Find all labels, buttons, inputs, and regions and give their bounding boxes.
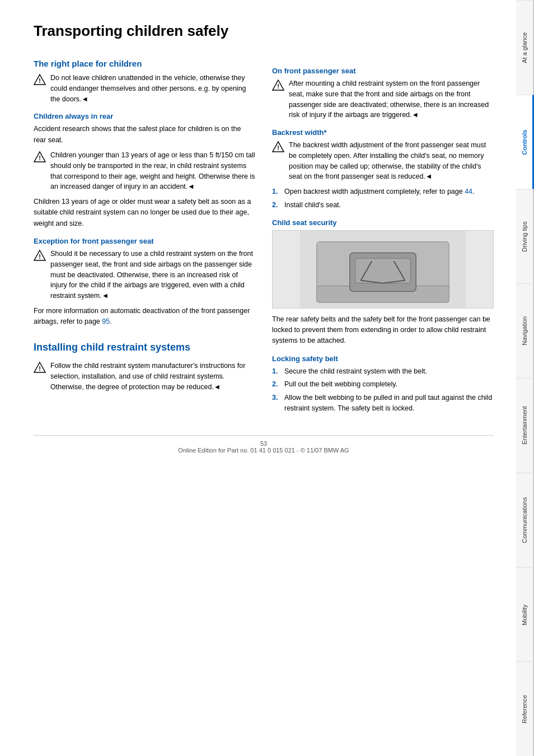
- locking-step-1-text: Secure the child restraint system with t…: [284, 366, 427, 377]
- warning-triangle-icon-2: !: [34, 151, 46, 163]
- warning-unattended: ! Do not leave children unattended in th…: [34, 73, 255, 104]
- warning-children-age-text: Children younger than 13 years of age or…: [50, 150, 255, 192]
- backrest-step-2: 2. Install child's seat.: [272, 200, 494, 211]
- para-safety-belts: The rear safety belts and the safety bel…: [272, 314, 494, 347]
- locking-step-num-3: 3.: [272, 393, 281, 414]
- para-age-13: Children 13 years of age or older must w…: [34, 197, 255, 229]
- para-safest-place: Accident research shows that the safest …: [34, 124, 255, 146]
- locking-belt-steps-list: 1. Secure the child restraint system wit…: [272, 366, 494, 414]
- sub-heading-children-rear: Children always in rear: [34, 112, 255, 120]
- backrest-step-1-text: Open backrest width adjustment completel…: [284, 186, 475, 197]
- warning-front-passenger: ! After mounting a child restraint syste…: [272, 78, 494, 120]
- svg-text:!: !: [39, 155, 41, 161]
- section-heading-right-place: The right place for children: [34, 59, 255, 68]
- two-col-layout: The right place for children ! Do not le…: [34, 59, 494, 418]
- warning-exception: ! Should it be necessary to use a child …: [34, 249, 255, 301]
- warning-unattended-text: Do not leave children unattended in the …: [50, 73, 255, 104]
- sub-heading-locking-belt: Locking safety belt: [272, 354, 494, 363]
- svg-text:!: !: [277, 144, 279, 151]
- svg-text:!: !: [277, 83, 279, 90]
- page-footer: 53 Online Edition for Part no. 01 41 0 0…: [34, 435, 494, 454]
- svg-text:!: !: [39, 365, 41, 372]
- locking-step-num-1: 1.: [272, 366, 281, 377]
- sidebar-tab-reference[interactable]: Reference: [516, 661, 534, 756]
- backrest-steps-list: 1. Open backrest width adjustment comple…: [272, 186, 494, 211]
- warning-triangle-icon-3: !: [34, 249, 46, 262]
- sidebar-tab-navigation[interactable]: Navigation: [516, 283, 534, 378]
- sidebar-tab-controls[interactable]: Controls: [516, 95, 534, 189]
- sidebar-tab-driving-tips[interactable]: Driving tips: [516, 189, 534, 284]
- step-num-2: 2.: [272, 200, 281, 211]
- sidebar-tab-entertainment[interactable]: Entertainment: [516, 378, 534, 473]
- link-page-95[interactable]: 95: [102, 318, 110, 325]
- page-wrapper: At a glance Controls Driving tips Naviga…: [0, 0, 534, 756]
- warning-children-age: ! Children younger than 13 years of age …: [34, 150, 255, 192]
- warning-backrest-text: The backrest width adjustment of the fro…: [289, 140, 494, 182]
- locking-step-3: 3. Allow the belt webbing to be pulled i…: [272, 393, 494, 414]
- svg-text:!: !: [39, 77, 41, 84]
- sidebar: At a glance Controls Driving tips Naviga…: [516, 0, 534, 756]
- locking-step-1: 1. Secure the child restraint system wit…: [272, 366, 494, 377]
- svg-rect-16: [355, 258, 411, 283]
- warning-triangle-icon-6: !: [272, 141, 284, 153]
- warning-exception-text: Should it be necessary to use a child re…: [50, 249, 255, 301]
- section-heading-installing: Installing child restraint systems: [34, 341, 255, 354]
- para-more-info: For more information on automatic deacti…: [34, 306, 255, 328]
- backrest-step-1: 1. Open backrest width adjustment comple…: [272, 186, 494, 197]
- sidebar-tab-communications[interactable]: Communications: [516, 473, 534, 567]
- warning-triangle-icon-5: !: [272, 79, 284, 91]
- link-page-44[interactable]: 44: [465, 188, 472, 195]
- warning-backrest: ! The backrest width adjustment of the f…: [272, 140, 494, 182]
- warning-installation-text: Follow the child restraint system manufa…: [50, 361, 255, 392]
- sidebar-tab-at-a-glance[interactable]: At a glance: [516, 0, 534, 95]
- backrest-step-2-text: Install child's seat.: [284, 200, 341, 211]
- svg-text:!: !: [39, 253, 41, 260]
- sub-heading-exception: Exception for front passenger seat: [34, 237, 255, 245]
- locking-step-3-text: Allow the belt webbing to be pulled in a…: [284, 393, 494, 414]
- step-num-1: 1.: [272, 186, 281, 197]
- sub-heading-front-passenger: On front passenger seat: [272, 67, 494, 75]
- left-column: The right place for children ! Do not le…: [34, 59, 255, 418]
- warning-front-passenger-text: After mounting a child restraint system …: [289, 78, 494, 120]
- sidebar-tab-mobility[interactable]: Mobility: [516, 567, 534, 662]
- warning-triangle-icon-4: !: [34, 361, 46, 374]
- edition-text: Online Edition for Part no. 01 41 0 015 …: [178, 447, 349, 454]
- locking-step-2-text: Pull out the belt webbing completely.: [284, 379, 397, 390]
- main-content: Transporting children safely The right p…: [0, 0, 516, 756]
- locking-step-2: 2. Pull out the belt webbing completely.: [272, 379, 494, 390]
- sub-heading-backrest-width: Backrest width*: [272, 128, 494, 137]
- page-title: Transporting children safely: [34, 22, 494, 43]
- right-column: On front passenger seat ! After mounting…: [272, 59, 494, 418]
- warning-installation: ! Follow the child restraint system manu…: [34, 361, 255, 392]
- warning-triangle-icon: !: [34, 73, 46, 86]
- sub-heading-child-seat-security: Child seat security: [272, 218, 494, 227]
- locking-step-num-2: 2.: [272, 379, 281, 390]
- child-seat-image: [272, 230, 494, 309]
- page-number: 53: [260, 440, 267, 447]
